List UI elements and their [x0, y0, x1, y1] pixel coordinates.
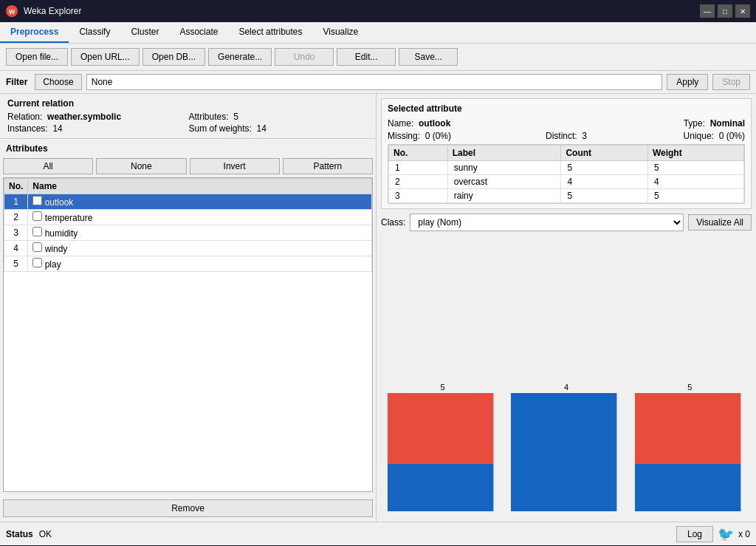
attr-checkbox[interactable] [32, 258, 42, 267]
filter-stop-button[interactable]: Stop [712, 74, 750, 90]
table-row[interactable]: 1 outlook [4, 194, 372, 210]
class-select[interactable]: play (Nom) [410, 214, 684, 231]
chart-bar-group: 5 [384, 383, 501, 511]
menu-associate[interactable]: Associate [169, 22, 228, 43]
attr-all-button[interactable]: All [3, 158, 93, 174]
val-col-no: No. [389, 146, 448, 161]
chart-bar-group: 5 [631, 383, 749, 511]
filter-value-input[interactable] [86, 74, 663, 90]
table-row[interactable]: 2 temperature [4, 210, 372, 225]
val-weight: 5 [647, 161, 743, 175]
val-col-label: Label [447, 146, 561, 161]
edit-button[interactable]: Edit... [337, 48, 396, 66]
maximize-button[interactable]: □ [718, 4, 732, 18]
title-bar: W Weka Explorer — □ ✕ [0, 0, 756, 22]
attr-checkbox[interactable] [32, 211, 42, 221]
table-row: 3 rainy 5 5 [389, 189, 744, 203]
svg-rect-4 [511, 393, 616, 511]
chart-top-label: 5 [441, 383, 445, 392]
save-button[interactable]: Save... [399, 48, 458, 66]
app-icon: W [6, 5, 18, 17]
val-count: 5 [561, 161, 647, 175]
table-row[interactable]: 5 play [4, 256, 372, 272]
log-button[interactable]: Log [676, 526, 713, 542]
chart-bar-group: 4 [507, 383, 625, 511]
table-row: 1 sunny 5 5 [389, 161, 744, 175]
title-bar-title: Weka Explorer [24, 6, 694, 16]
menu-cluster[interactable]: Cluster [120, 22, 169, 43]
status-value: OK [39, 529, 52, 539]
attr-row-name: temperature [28, 210, 372, 225]
attr-row-no: 3 [4, 225, 28, 241]
attr-distinct-label: Distinct: [546, 131, 577, 141]
open-db-button[interactable]: Open DB... [142, 48, 205, 66]
open-url-button[interactable]: Open URL... [71, 48, 140, 66]
svg-text:W: W [9, 8, 16, 16]
menu-preprocess[interactable]: Preprocess [0, 22, 69, 43]
attr-missing-label: Missing: [388, 131, 420, 141]
status-right: Log 🐦 x 0 [676, 526, 750, 542]
attr-checkbox[interactable] [32, 227, 42, 236]
attr-type-value: Nominal [710, 118, 745, 129]
chart-bar-svg [507, 393, 625, 511]
undo-button[interactable]: Undo [275, 48, 334, 66]
generate-button[interactable]: Generate... [208, 48, 272, 66]
table-row[interactable]: 4 windy [4, 241, 372, 256]
attr-row-name: play [28, 256, 372, 272]
attributes-table-container[interactable]: No. Name 1 outlook 2 temperature 3 humid… [3, 177, 373, 492]
attr-type-label: Type: [684, 118, 705, 129]
minimize-button[interactable]: — [700, 4, 715, 18]
menu-select-attributes[interactable]: Select attributes [228, 22, 312, 43]
attr-invert-button[interactable]: Invert [190, 158, 280, 174]
menu-visualize[interactable]: Visualize [312, 22, 368, 43]
val-label: overcast [447, 175, 561, 189]
attr-unique-label: Unique: [684, 131, 714, 141]
attributes-table: No. Name 1 outlook 2 temperature 3 humid… [4, 178, 372, 272]
charts-area: 545 [381, 236, 752, 517]
relation-instances-value: 14 [52, 123, 62, 134]
relation-instances: Instances: 14 [7, 123, 188, 134]
chart-bar-svg [384, 393, 501, 511]
attr-pattern-button[interactable]: Pattern [283, 158, 373, 174]
val-weight: 4 [647, 175, 743, 189]
attr-row-no: 4 [4, 241, 28, 256]
close-button[interactable]: ✕ [735, 4, 750, 18]
relation-section: Current relation Relation: weather.symbo… [0, 94, 376, 139]
val-label: sunny [447, 161, 561, 175]
relation-attrs-value: 5 [233, 112, 238, 122]
selected-attribute-section: Selected attribute Name: outlook Type: N… [381, 98, 752, 209]
relation-sum-weights: Sum of weights: 14 [189, 123, 369, 134]
table-row[interactable]: 3 humidity [4, 225, 372, 241]
visualize-all-button[interactable]: Visualize All [688, 214, 752, 231]
relation-attrs-key: Attributes: [189, 112, 229, 122]
selected-attr-title: Selected attribute [388, 103, 745, 114]
attr-values-table: No. Label Count Weight 1 sunny 5 5 2 ove… [388, 145, 744, 203]
val-col-count: Count [561, 146, 647, 161]
filter-apply-button[interactable]: Apply [667, 74, 708, 90]
filter-choose-button[interactable]: Choose [35, 74, 81, 90]
title-bar-controls: — □ ✕ [700, 4, 750, 18]
attr-name-field: Name: outlook [388, 118, 566, 129]
class-label: Class: [381, 217, 405, 228]
val-no: 1 [389, 161, 448, 175]
svg-rect-6 [635, 464, 740, 511]
attr-unique-field: Unique: 0 (0%) [626, 131, 745, 141]
val-count: 4 [561, 175, 647, 189]
val-col-weight: Weight [647, 146, 743, 161]
attr-name-value: outlook [419, 118, 450, 129]
attr-checkbox[interactable] [32, 196, 42, 205]
right-panel: Selected attribute Name: outlook Type: N… [377, 94, 756, 522]
val-label: rainy [447, 189, 561, 203]
menu-classify[interactable]: Classify [69, 22, 120, 43]
remove-button[interactable]: Remove [3, 499, 373, 517]
open-file-button[interactable]: Open file... [6, 48, 68, 66]
remove-btn-row: Remove [0, 495, 376, 522]
val-count: 5 [561, 189, 647, 203]
attributes-buttons: All None Invert Pattern [3, 158, 373, 174]
svg-rect-2 [388, 393, 493, 464]
status-count: x 0 [738, 529, 750, 539]
attr-none-button[interactable]: None [96, 158, 186, 174]
attr-distinct-value: 3 [582, 131, 587, 141]
attr-row-name: humidity [28, 225, 372, 241]
attr-checkbox[interactable] [32, 242, 42, 252]
